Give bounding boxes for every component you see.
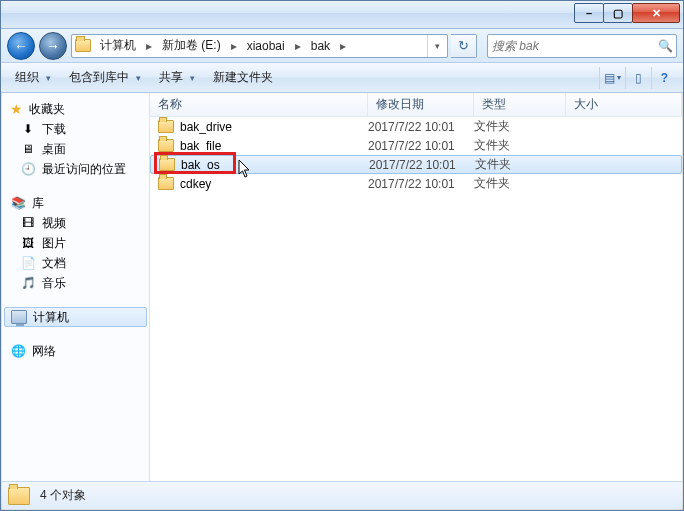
toolbar: 组织 包含到库中 共享 新建文件夹 ▤▾ ▯ ? (1, 63, 683, 93)
item-name: cdkey (180, 177, 211, 191)
column-headers: 名称 修改日期 类型 大小 (150, 93, 682, 117)
item-date: 2017/7/22 10:01 (369, 158, 475, 172)
minimize-icon: – (586, 8, 592, 19)
address-dropdown[interactable]: ▾ (427, 35, 447, 57)
crumb-sep-icon[interactable]: ▸ (336, 39, 350, 53)
organize-menu[interactable]: 组织 (7, 66, 59, 89)
tree-desktop[interactable]: 🖥桌面 (2, 139, 149, 159)
col-name[interactable]: 名称 (150, 93, 368, 116)
forward-button[interactable]: → (39, 32, 67, 60)
item-name: bak_drive (180, 120, 232, 134)
folder-icon (159, 158, 175, 171)
video-icon: 🎞 (20, 215, 36, 231)
nav-tree[interactable]: ★收藏夹 ⬇下载 🖥桌面 🕘最近访问的位置 📚库 🎞视频 🖼图片 📄文档 🎵音乐… (2, 93, 150, 482)
col-label: 名称 (158, 96, 182, 113)
download-icon: ⬇ (20, 121, 36, 137)
tree-libraries[interactable]: 📚库 (2, 193, 149, 213)
tree-label: 库 (32, 195, 44, 212)
back-icon: ← (14, 38, 28, 54)
tree-label: 音乐 (42, 275, 66, 292)
titlebar[interactable]: – ▢ ✕ (1, 1, 683, 29)
tree-label: 文档 (42, 255, 66, 272)
tree-favorites[interactable]: ★收藏夹 (2, 99, 149, 119)
list-item-selected[interactable]: bak_os 2017/7/22 10:01 文件夹 (150, 155, 682, 174)
item-type: 文件夹 (474, 118, 566, 135)
recent-icon: 🕘 (20, 161, 36, 177)
col-date[interactable]: 修改日期 (368, 93, 474, 116)
crumb-sep-icon[interactable]: ▸ (291, 39, 305, 53)
share-label: 共享 (159, 69, 183, 86)
crumb-computer[interactable]: 计算机 (94, 35, 142, 57)
include-in-library-menu[interactable]: 包含到库中 (61, 66, 149, 89)
tree-downloads[interactable]: ⬇下载 (2, 119, 149, 139)
item-type: 文件夹 (475, 156, 567, 173)
computer-icon (11, 310, 27, 324)
item-name: bak_os (181, 158, 220, 172)
tree-label: 网络 (32, 343, 56, 360)
list-item[interactable]: bak_file 2017/7/22 10:01 文件夹 (150, 136, 682, 155)
crumb-xiaobai[interactable]: xiaobai (241, 35, 291, 57)
tree-label: 桌面 (42, 141, 66, 158)
preview-pane-button[interactable]: ▯ (625, 67, 651, 89)
tree-computer[interactable]: 计算机 (4, 307, 147, 327)
item-type: 文件夹 (474, 175, 566, 192)
search-input[interactable] (488, 39, 654, 53)
body: ★收藏夹 ⬇下载 🖥桌面 🕘最近访问的位置 📚库 🎞视频 🖼图片 📄文档 🎵音乐… (2, 93, 682, 482)
tree-label: 收藏夹 (29, 101, 65, 118)
tree-recent[interactable]: 🕘最近访问的位置 (2, 159, 149, 179)
share-menu[interactable]: 共享 (151, 66, 203, 89)
col-type[interactable]: 类型 (474, 93, 566, 116)
network-icon: 🌐 (10, 343, 26, 359)
tree-music[interactable]: 🎵音乐 (2, 273, 149, 293)
col-label: 大小 (574, 96, 598, 113)
status-bar: 4 个对象 (2, 481, 682, 509)
back-button[interactable]: ← (7, 32, 35, 60)
item-date: 2017/7/22 10:01 (368, 139, 474, 153)
star-icon: ★ (10, 101, 23, 117)
item-date: 2017/7/22 10:01 (368, 120, 474, 134)
address-folder-icon (72, 35, 94, 57)
close-button[interactable]: ✕ (632, 3, 680, 23)
nav-row: ← → 计算机 ▸ 新加卷 (E:) ▸ xiaobai ▸ bak ▸ ▾ ↻… (1, 29, 683, 63)
tree-label: 最近访问的位置 (42, 161, 126, 178)
desktop-icon: 🖥 (20, 141, 36, 157)
crumb-sep-icon[interactable]: ▸ (142, 39, 156, 53)
view-options-button[interactable]: ▤▾ (599, 67, 625, 89)
maximize-icon: ▢ (613, 8, 623, 19)
folder-icon (158, 139, 174, 152)
list-item[interactable]: cdkey 2017/7/22 10:01 文件夹 (150, 174, 682, 193)
refresh-button[interactable]: ↻ (451, 34, 477, 58)
tree-label: 图片 (42, 235, 66, 252)
help-button[interactable]: ? (651, 67, 677, 89)
col-label: 类型 (482, 96, 506, 113)
library-icon: 📚 (10, 195, 26, 211)
tree-documents[interactable]: 📄文档 (2, 253, 149, 273)
tree-label: 下载 (42, 121, 66, 138)
picture-icon: 🖼 (20, 235, 36, 251)
music-icon: 🎵 (20, 275, 36, 291)
explorer-window: – ▢ ✕ ← → 计算机 ▸ 新加卷 (E:) ▸ xiaobai ▸ bak… (0, 0, 684, 511)
minimize-button[interactable]: – (574, 3, 604, 23)
address-bar[interactable]: 计算机 ▸ 新加卷 (E:) ▸ xiaobai ▸ bak ▸ ▾ (71, 34, 448, 58)
item-type: 文件夹 (474, 137, 566, 154)
item-name: bak_file (180, 139, 221, 153)
crumb-sep-icon[interactable]: ▸ (227, 39, 241, 53)
search-box[interactable]: 🔍 (487, 34, 677, 58)
organize-label: 组织 (15, 69, 39, 86)
tree-label: 计算机 (33, 309, 69, 326)
col-size[interactable]: 大小 (566, 93, 682, 116)
tree-network[interactable]: 🌐网络 (2, 341, 149, 361)
tree-videos[interactable]: 🎞视频 (2, 213, 149, 233)
forward-icon: → (46, 38, 60, 54)
help-icon: ? (661, 71, 668, 85)
tree-label: 视频 (42, 215, 66, 232)
list-item[interactable]: bak_drive 2017/7/22 10:01 文件夹 (150, 117, 682, 136)
tree-pictures[interactable]: 🖼图片 (2, 233, 149, 253)
refresh-icon: ↻ (458, 38, 469, 53)
status-text: 4 个对象 (40, 487, 86, 504)
maximize-button[interactable]: ▢ (603, 3, 633, 23)
close-icon: ✕ (652, 8, 661, 19)
crumb-volume[interactable]: 新加卷 (E:) (156, 35, 227, 57)
crumb-bak[interactable]: bak (305, 35, 336, 57)
new-folder-button[interactable]: 新建文件夹 (205, 66, 281, 89)
